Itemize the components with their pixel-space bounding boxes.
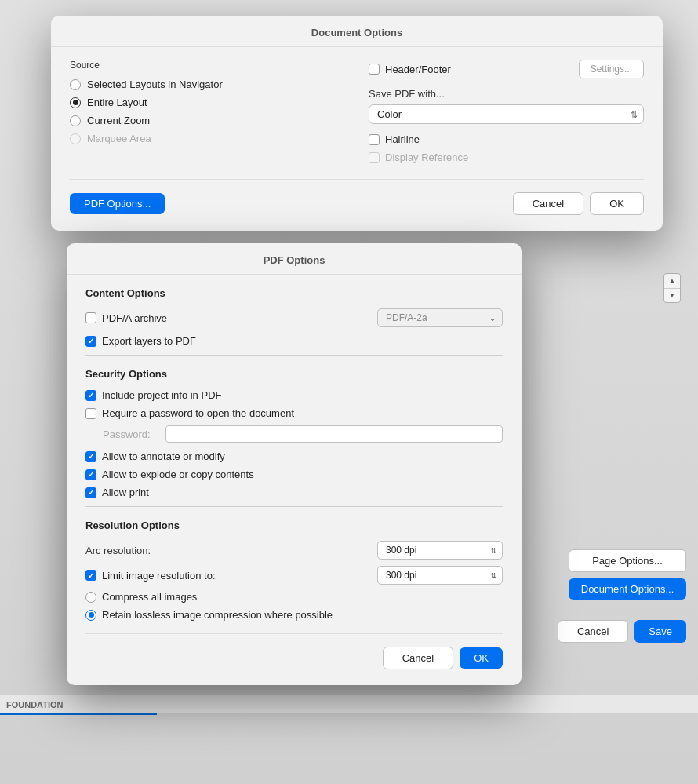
scroll-up[interactable]: ▲ bbox=[664, 274, 680, 289]
radio-current-zoom[interactable]: Current Zoom bbox=[70, 115, 345, 126]
pdf-options-title: PDF Options bbox=[67, 243, 522, 275]
document-options-button[interactable]: Document Options... bbox=[569, 578, 686, 600]
require-password-checkbox[interactable] bbox=[85, 408, 96, 419]
source-right: Header/Footer Settings... Save PDF with.… bbox=[369, 60, 644, 163]
radio-current-zoom-label: Current Zoom bbox=[87, 115, 150, 126]
content-options-heading: Content Options bbox=[85, 287, 503, 299]
radio-entire-layout-label: Entire Layout bbox=[87, 97, 147, 108]
compress-label: Compress all images bbox=[102, 591, 197, 603]
radio-marquee-area-btn[interactable] bbox=[70, 133, 81, 144]
radio-selected-layouts-label: Selected Layouts in Navigator bbox=[87, 78, 223, 90]
document-options-content: Source Selected Layouts in Navigator Ent… bbox=[51, 60, 663, 163]
radio-marquee-area[interactable]: Marquee Area bbox=[70, 133, 345, 144]
pdf-ok-button[interactable]: OK bbox=[460, 647, 503, 669]
limit-image-checkbox[interactable] bbox=[85, 570, 96, 581]
pdfa-row: PDF/A archive PDF/A-2a bbox=[85, 308, 503, 327]
compress-checkbox-item[interactable]: Compress all images bbox=[85, 591, 503, 603]
save-pdf-label: Save PDF with... bbox=[369, 88, 644, 100]
compress-radio[interactable] bbox=[85, 592, 96, 603]
display-reference-checkbox[interactable] bbox=[369, 152, 380, 163]
hairline-checkbox[interactable] bbox=[369, 134, 380, 145]
source-left: Source Selected Layouts in Navigator Ent… bbox=[70, 60, 345, 163]
pdfa-label: PDF/A archive bbox=[102, 312, 167, 324]
pdf-options-button[interactable]: PDF Options... bbox=[70, 193, 165, 214]
limit-image-row: Limit image resolution to: 300 dpi bbox=[85, 566, 503, 585]
side-footer-buttons: Cancel Save bbox=[558, 620, 686, 643]
pdf-options-divider bbox=[85, 633, 503, 634]
color-select-row: Color bbox=[369, 104, 644, 124]
export-layers-checkbox[interactable] bbox=[85, 336, 96, 347]
source-radio-group: Selected Layouts in Navigator Entire Lay… bbox=[70, 78, 345, 144]
document-options-footer: PDF Options... Cancel OK bbox=[51, 192, 663, 215]
radio-marquee-area-label: Marquee Area bbox=[87, 133, 151, 144]
password-label: Password: bbox=[103, 428, 158, 440]
export-layers-label: Export layers to PDF bbox=[102, 335, 196, 347]
annotate-checkbox-item[interactable]: Allow to annotate or modify bbox=[85, 450, 503, 462]
color-select-wrapper: Color bbox=[369, 104, 644, 124]
resolution-options-heading: Resolution Options bbox=[85, 520, 503, 531]
print-label: Allow print bbox=[102, 487, 149, 498]
require-password-checkbox-item[interactable]: Require a password to open the document bbox=[85, 407, 503, 419]
radio-entire-layout[interactable]: Entire Layout bbox=[70, 97, 345, 108]
export-layers-checkbox-item[interactable]: Export layers to PDF bbox=[85, 335, 503, 347]
pdfa-checkbox-item[interactable]: PDF/A archive bbox=[85, 312, 167, 324]
lossless-radio[interactable] bbox=[85, 610, 96, 621]
document-ok-button[interactable]: OK bbox=[590, 192, 644, 215]
password-row: Password: bbox=[103, 425, 503, 443]
scroll-stepper[interactable]: ▲ ▼ bbox=[663, 273, 681, 303]
lossless-label: Retain lossless image compression where … bbox=[102, 609, 333, 621]
include-project-checkbox[interactable] bbox=[85, 390, 96, 401]
radio-entire-layout-btn[interactable] bbox=[70, 97, 81, 108]
explode-checkbox[interactable] bbox=[85, 469, 96, 480]
side-save-button[interactable]: Save bbox=[634, 620, 686, 643]
explode-checkbox-item[interactable]: Allow to explode or copy contents bbox=[85, 469, 503, 480]
limit-image-label: Limit image resolution to: bbox=[102, 570, 216, 582]
hairline-label: Hairline bbox=[385, 133, 420, 145]
print-checkbox-item[interactable]: Allow print bbox=[85, 487, 503, 498]
radio-selected-layouts[interactable]: Selected Layouts in Navigator bbox=[70, 78, 345, 90]
header-footer-checkbox-item[interactable]: Header/Footer bbox=[369, 64, 451, 75]
pdfa-checkbox[interactable] bbox=[85, 312, 96, 323]
settings-button[interactable]: Settings... bbox=[579, 60, 644, 78]
explode-label: Allow to explode or copy contents bbox=[102, 469, 254, 480]
arc-resolution-select[interactable]: 300 dpi bbox=[377, 541, 503, 560]
document-cancel-button[interactable]: Cancel bbox=[513, 192, 583, 215]
hairline-checkbox-item[interactable]: Hairline bbox=[369, 133, 644, 145]
pdf-options-dialog: PDF Options Content Options PDF/A archiv… bbox=[67, 243, 522, 685]
header-footer-checkbox[interactable] bbox=[369, 64, 380, 75]
limit-image-select-wrapper: 300 dpi bbox=[377, 566, 503, 585]
lossless-checkbox-item[interactable]: Retain lossless image compression where … bbox=[85, 609, 503, 621]
security-resolution-divider bbox=[85, 506, 503, 507]
annotate-checkbox[interactable] bbox=[85, 451, 96, 462]
pdf-options-footer: Cancel OK bbox=[67, 647, 522, 669]
foundation-bar: FOUNDATION bbox=[0, 695, 698, 713]
print-checkbox[interactable] bbox=[85, 487, 96, 498]
pdf-cancel-button[interactable]: Cancel bbox=[383, 647, 453, 669]
document-options-divider bbox=[70, 179, 644, 180]
require-password-label: Require a password to open the document bbox=[102, 407, 294, 419]
pdfa-select-wrapper: PDF/A-2a bbox=[377, 308, 503, 327]
page-options-button[interactable]: Page Options... bbox=[569, 549, 686, 572]
source-section: Source Selected Layouts in Navigator Ent… bbox=[70, 60, 644, 163]
pdf-options-content: Content Options PDF/A archive PDF/A-2a E… bbox=[67, 287, 522, 621]
radio-current-zoom-btn[interactable] bbox=[70, 115, 81, 126]
side-cancel-button[interactable]: Cancel bbox=[558, 620, 628, 643]
annotate-label: Allow to annotate or modify bbox=[102, 450, 225, 462]
radio-selected-layouts-btn[interactable] bbox=[70, 79, 81, 90]
arc-resolution-label: Arc resolution: bbox=[85, 545, 369, 556]
source-label: Source bbox=[70, 60, 345, 71]
header-footer-label: Header/Footer bbox=[385, 64, 451, 75]
limit-image-checkbox-item[interactable]: Limit image resolution to: bbox=[85, 570, 216, 582]
color-select[interactable]: Color bbox=[369, 104, 644, 124]
foundation-label: FOUNDATION bbox=[6, 700, 64, 709]
scroll-down[interactable]: ▼ bbox=[664, 289, 680, 303]
display-reference-checkbox-item[interactable]: Display Reference bbox=[369, 151, 644, 163]
pdfa-select[interactable]: PDF/A-2a bbox=[377, 308, 503, 327]
arc-resolution-row: Arc resolution: 300 dpi bbox=[85, 541, 503, 560]
security-options-heading: Security Options bbox=[85, 368, 503, 380]
limit-image-select[interactable]: 300 dpi bbox=[377, 566, 503, 585]
document-options-dialog: Document Options Source Selected Layouts… bbox=[51, 16, 663, 231]
progress-line bbox=[0, 713, 157, 715]
password-input[interactable] bbox=[165, 425, 503, 443]
include-project-checkbox-item[interactable]: Include project info in PDF bbox=[85, 389, 503, 401]
